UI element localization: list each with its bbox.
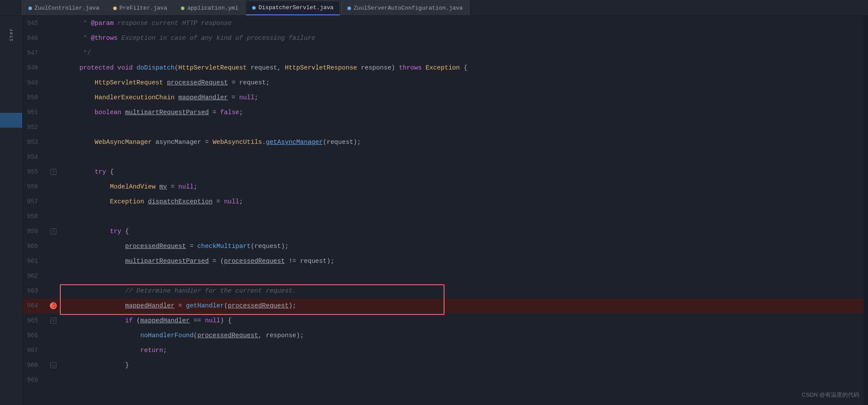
tab-label: PreFilter.java <box>119 5 167 11</box>
fold-indicator-959[interactable]: ▽ <box>50 228 56 234</box>
code-line-957: 957 Exception dispatchException = null; <box>23 194 864 209</box>
line-number: 951 <box>23 109 47 116</box>
tab-dot <box>113 7 117 10</box>
scrollbar-right[interactable] <box>864 16 868 405</box>
tab-zuulcontroller[interactable]: ZuulController.java <box>22 0 106 15</box>
tab-label: ZuulController.java <box>35 5 99 11</box>
line-gutter: ▽ <box>47 318 60 324</box>
line-number: 953 <box>23 139 47 146</box>
line-number: 969 <box>23 377 47 384</box>
code-line-960: 960 processedRequest = checkMultipart(re… <box>23 239 864 254</box>
code-line-954: 954 <box>23 150 864 164</box>
line-content: HandlerExecutionChain mappedHandler = nu… <box>60 90 864 105</box>
tab-prefilter[interactable]: PreFilter.java <box>107 0 174 15</box>
tab-dispatcherservlet[interactable]: DispatcherServlet.java <box>246 0 340 15</box>
line-content: multipartRequestParsed = (processedReque… <box>60 254 864 269</box>
sidebar-highlight <box>0 113 22 128</box>
sidebar-left: iter <box>0 16 23 405</box>
tab-dot <box>181 7 184 10</box>
code-line-948: 948 protected void doDispatch(HttpServle… <box>23 60 864 75</box>
tabs-bar: ZuulController.java PreFilter.java appli… <box>0 0 868 16</box>
code-line-952: 952 <box>23 120 864 135</box>
tab-label: DispatcherServlet.java <box>258 4 333 11</box>
line-content: HttpServletRequest processedRequest = re… <box>60 75 864 90</box>
line-content: protected void doDispatch(HttpServletReq… <box>60 60 864 75</box>
line-number: 952 <box>23 124 47 131</box>
line-content: Exception dispatchException = null; <box>60 194 864 209</box>
code-line-965: 965 ▽ if (mappedHandler == null) { <box>23 313 864 328</box>
line-content: ModelAndView mv = null; <box>60 179 864 194</box>
line-number: 961 <box>23 258 47 265</box>
line-content: WebAsyncManager asyncManager = WebAsyncU… <box>60 135 864 150</box>
line-content: try { <box>60 164 864 179</box>
editor-area: iter 945 * @param response current HTTP … <box>0 16 868 405</box>
tab-application-yml[interactable]: application.yml <box>174 0 245 15</box>
tab-zuulserverautoconfiguration[interactable]: ZuulServerAutoConfiguration.java <box>341 0 469 15</box>
line-content: } <box>60 358 864 373</box>
line-content: processedRequest = checkMultipart(reques… <box>60 239 864 254</box>
code-line-959: 959 ▽ try { <box>23 224 864 239</box>
tab-dot <box>347 7 351 10</box>
fold-indicator-955[interactable]: ▽ <box>50 169 56 175</box>
line-content: mappedHandler = getHandler(processedRequ… <box>60 298 864 313</box>
line-number: 950 <box>23 94 47 101</box>
line-number: 947 <box>23 49 47 56</box>
line-content: try { <box>60 224 864 239</box>
breakpoint-icon-964[interactable]: 🍎 <box>50 302 57 309</box>
fold-indicator-965[interactable]: ▽ <box>50 318 56 324</box>
code-line-945: 945 * @param response current HTTP respo… <box>23 16 864 31</box>
line-number: 948 <box>23 64 47 71</box>
line-number: 962 <box>23 272 47 279</box>
code-line-964: 964 🍎 mappedHandler = getHandler(process… <box>23 298 864 313</box>
code-line-963: 963 // Determine handler for the current… <box>23 283 864 298</box>
line-number: 965 <box>23 317 47 324</box>
line-number: 968 <box>23 362 47 369</box>
line-gutter: ▽ <box>47 169 60 175</box>
line-number: 955 <box>23 168 47 175</box>
line-content: return; <box>60 343 864 358</box>
tab-dot <box>252 6 256 10</box>
tab-label: ZuulServerAutoConfiguration.java <box>354 5 463 11</box>
code-line-955: 955 ▽ try { <box>23 164 864 179</box>
code-line-953: 953 WebAsyncManager asyncManager = WebAs… <box>23 135 864 150</box>
line-number: 945 <box>23 20 47 27</box>
line-number: 960 <box>23 243 47 250</box>
line-gutter: 🍎 <box>47 302 60 309</box>
line-content: if (mappedHandler == null) { <box>60 313 864 328</box>
code-line-969: 969 <box>23 373 864 388</box>
line-content: boolean multipartRequestParsed = false; <box>60 105 864 120</box>
line-content: * @throws Exception in case of any kind … <box>60 31 864 45</box>
line-number: 949 <box>23 79 47 86</box>
line-gutter: ▽ <box>47 228 60 234</box>
line-number: 956 <box>23 183 47 190</box>
line-number: 964 <box>23 302 47 309</box>
line-content: // Determine handler for the current req… <box>60 283 864 298</box>
line-number: 967 <box>23 347 47 354</box>
code-line-946: 946 * @throws Exception in case of any k… <box>23 31 864 45</box>
line-number: 946 <box>23 35 47 42</box>
fold-indicator-968[interactable]: △ <box>50 362 56 368</box>
line-number: 963 <box>23 287 47 294</box>
code-line-958: 958 <box>23 209 864 224</box>
code-line-966: 966 noHandlerFound(processedRequest, res… <box>23 328 864 343</box>
line-number: 958 <box>23 213 47 220</box>
line-content: */ <box>60 45 864 60</box>
line-number: 966 <box>23 332 47 339</box>
line-content: * @param response current HTTP response <box>60 16 864 31</box>
code-container[interactable]: 945 * @param response current HTTP respo… <box>23 16 864 405</box>
sidebar-label: iter <box>9 28 14 41</box>
code-line-947: 947 */ <box>23 45 864 60</box>
code-lines: 945 * @param response current HTTP respo… <box>23 16 864 388</box>
line-number: 957 <box>23 198 47 205</box>
code-line-968: 968 △ } <box>23 358 864 373</box>
code-line-956: 956 ModelAndView mv = null; <box>23 179 864 194</box>
code-line-961: 961 multipartRequestParsed = (processedR… <box>23 254 864 269</box>
tab-dot <box>28 7 32 10</box>
watermark: CSDN @有温度的代码 <box>802 391 859 399</box>
code-line-949: 949 HttpServletRequest processedRequest … <box>23 75 864 90</box>
code-line-950: 950 HandlerExecutionChain mappedHandler … <box>23 90 864 105</box>
line-gutter: △ <box>47 362 60 368</box>
code-line-951: 951 boolean multipartRequestParsed = fal… <box>23 105 864 120</box>
tab-label: application.yml <box>187 5 238 11</box>
line-content: noHandlerFound(processedRequest, respons… <box>60 328 864 343</box>
